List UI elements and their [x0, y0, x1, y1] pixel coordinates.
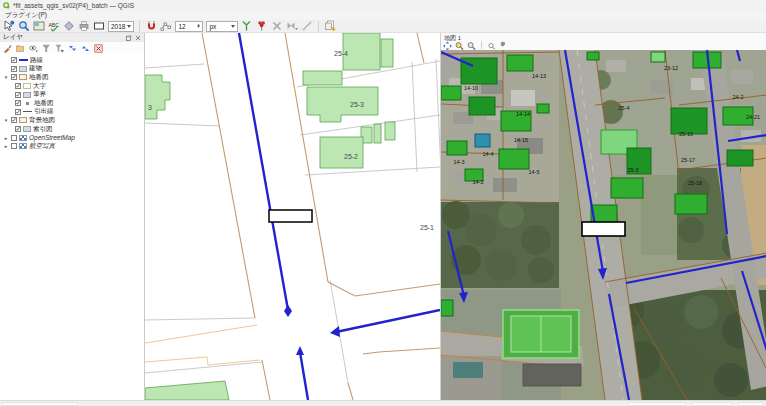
layer-group-chibanzu[interactable]: ▾ 地番図 [0, 73, 144, 82]
remove-layer-icon[interactable] [94, 44, 103, 53]
title-bar: *fit_assets_qgis_sv02(P4)_batch — QGIS [0, 0, 766, 11]
map1-panel-title: 地図 1 [441, 33, 766, 40]
status-coordinate-box[interactable] [2, 402, 78, 406]
collapse-all-icon[interactable] [81, 44, 90, 53]
zoom-in-icon[interactable] [455, 41, 464, 50]
zoom-out-icon[interactable] [467, 41, 476, 50]
map-themes-icon[interactable] [29, 44, 38, 53]
layer-checkbox[interactable] [15, 92, 21, 98]
svg-text:25-3: 25-3 [350, 101, 364, 108]
svg-text:14-15: 14-15 [514, 137, 528, 143]
layer-styling-icon[interactable] [3, 44, 12, 53]
layer-item-chiban-labels[interactable]: 地番図 [0, 99, 144, 108]
layer-item-ooaza[interactable]: 大字 [0, 82, 144, 91]
layer-item-rosen[interactable]: 路線 [0, 56, 144, 65]
node-tool-icon[interactable] [160, 20, 172, 32]
bowtie-icon[interactable] [286, 20, 298, 32]
layers-panel: レイヤ [0, 33, 145, 400]
expand-all-icon[interactable] [68, 44, 77, 53]
expander-icon[interactable]: ▾ [3, 74, 9, 80]
svg-text:25-2: 25-2 [344, 153, 358, 160]
layer-group-haikeichizu[interactable]: ▾ 背景地図 [0, 116, 144, 125]
wrench-icon[interactable] [499, 41, 508, 50]
layer-item-openstreetmap[interactable]: ▸ OpenStreetMap [0, 133, 144, 142]
pointer-info-icon[interactable] [3, 20, 15, 32]
expander-icon[interactable]: ▾ [3, 117, 9, 123]
spin-arrows-icon[interactable]: ▲▼ [197, 24, 201, 29]
main-map-canvas[interactable]: 25-4 25-3 25-2 25-1 3 [145, 33, 440, 400]
line-symbol-icon [23, 110, 32, 113]
close-panel-icon[interactable] [135, 35, 141, 41]
status-bar [0, 400, 766, 406]
label-symbol-icon [26, 102, 29, 105]
layout-extent-icon[interactable] [93, 20, 105, 32]
raster-symbol-icon [19, 143, 27, 149]
zoom-icon[interactable] [18, 20, 30, 32]
pan-icon[interactable] [443, 41, 452, 50]
expander-icon[interactable]: ▸ [3, 143, 9, 149]
toolbar-separator [318, 21, 319, 32]
add-group-icon[interactable] [16, 44, 25, 53]
svg-text:24-21: 24-21 [746, 114, 760, 120]
map-window-icon[interactable] [33, 20, 45, 32]
layers-panel-toolbar [0, 42, 144, 54]
qgis-logo-icon [3, 2, 10, 9]
layer-item-tatemono[interactable]: 建物 [0, 65, 144, 74]
layer-item-sakuinzu[interactable]: 索引図 [0, 125, 144, 134]
polygon-symbol-icon [23, 83, 31, 89]
layer-item-kokushashin[interactable]: ▸ 航空写真 [0, 142, 144, 151]
layer-checkbox[interactable] [15, 100, 21, 106]
raster-symbol-icon [19, 135, 27, 141]
print-icon[interactable] [78, 20, 90, 32]
delete-x-icon[interactable] [271, 20, 283, 32]
diagonal-segment-icon[interactable] [301, 20, 313, 32]
svg-text:14-4: 14-4 [482, 151, 493, 157]
layer-checkbox[interactable] [11, 57, 17, 63]
year-dropdown[interactable]: 2018 [108, 21, 134, 32]
unit-dropdown[interactable]: px [206, 21, 238, 32]
group-icon [19, 117, 27, 123]
layer-checkbox[interactable] [11, 74, 17, 80]
aerial-map-canvas[interactable]: 14-10 14-13 14-14 14-15 14-4 14-3 14-5 1… [441, 50, 766, 400]
magnifier-icon[interactable] [487, 41, 496, 50]
layer-checkbox[interactable] [11, 135, 17, 141]
float-panel-icon[interactable] [126, 35, 132, 41]
svg-text:14-2: 14-2 [472, 179, 483, 185]
layer-checkbox[interactable] [11, 66, 17, 72]
menu-plugins[interactable]: プラグイン(P) [0, 11, 52, 20]
label-branch-icon[interactable] [241, 20, 253, 32]
layer-checkbox[interactable] [15, 83, 21, 89]
layer-item-hikidashisen[interactable]: 引出線 [0, 108, 144, 117]
abc-label-icon[interactable]: ABC [48, 20, 60, 32]
chevron-down-icon [231, 25, 235, 28]
filter-legend-icon[interactable] [42, 44, 51, 53]
layer-checkbox[interactable] [11, 117, 17, 123]
unit-value: px [209, 23, 216, 30]
status-rotation-box[interactable] [738, 402, 764, 406]
rose-icon[interactable] [256, 20, 268, 32]
expander-icon[interactable]: ▸ [3, 135, 9, 141]
filter-expression-icon[interactable] [55, 44, 64, 53]
font-size-spinbox[interactable]: 12 ▲▼ [175, 21, 203, 32]
svg-text:14-14: 14-14 [516, 111, 530, 117]
line-symbol-icon [19, 59, 28, 62]
status-scale-box[interactable] [628, 402, 686, 406]
layer-item-hikkai[interactable]: 筆界 [0, 90, 144, 99]
layers-panel-title: レイヤ [3, 33, 23, 42]
layer-checkbox[interactable] [11, 143, 17, 149]
svg-text:25-4: 25-4 [334, 50, 348, 57]
layer-checkbox[interactable] [15, 109, 21, 115]
status-magnifier-box[interactable] [692, 402, 732, 406]
svg-text:23-12: 23-12 [664, 65, 678, 71]
svg-text:25-18: 25-18 [688, 180, 702, 186]
magnet-snap-icon[interactable] [145, 20, 157, 32]
polygon-symbol-icon [19, 66, 27, 72]
svg-text:25-4: 25-4 [618, 105, 629, 111]
copy-add-layer-icon[interactable] [324, 20, 336, 32]
layer-checkbox[interactable] [15, 126, 21, 132]
polygon-symbol-icon [23, 126, 31, 132]
svg-text:14-5: 14-5 [528, 169, 539, 175]
measure-icon[interactable] [63, 20, 75, 32]
main-toolbar: ABC 2018 12 ▲▼ px [0, 20, 766, 33]
svg-text:25-16: 25-16 [679, 131, 693, 137]
